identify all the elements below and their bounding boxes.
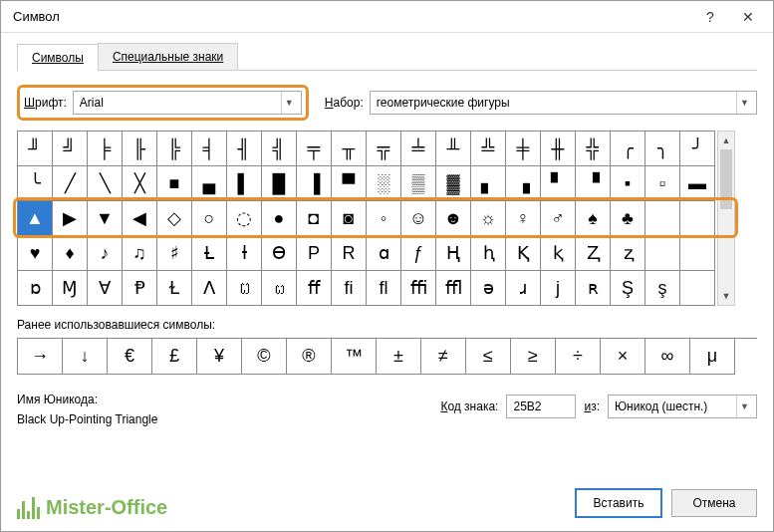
symbol-cell[interactable]: ▐ [297, 166, 332, 201]
tab-symbols[interactable]: Символы [17, 44, 99, 71]
symbol-cell[interactable]: ╬ [576, 132, 611, 166]
symbol-cell[interactable]: ▗ [506, 166, 541, 201]
symbol-cell[interactable]: Ⱬ [576, 236, 611, 271]
symbol-cell[interactable]: Ꞷ [227, 271, 262, 306]
symbol-cell[interactable]: ╱ [53, 166, 88, 201]
symbol-cell[interactable]: ⱬ [611, 236, 645, 271]
symbol-cell[interactable]: ɹ [506, 271, 541, 306]
symbol-cell[interactable]: ╝ [53, 132, 88, 166]
symbol-cell[interactable]: ● [262, 201, 297, 236]
font-combo[interactable]: Arial ▼ [73, 91, 302, 115]
symbol-cell[interactable]: ▌ [227, 166, 262, 201]
recent-cell[interactable]: £ [152, 339, 197, 375]
symbol-cell[interactable]: ♂ [541, 201, 576, 236]
symbol-cell[interactable]: ╡ [192, 132, 227, 166]
recent-cell[interactable]: ÷ [556, 339, 601, 375]
symbol-cell[interactable]: ♫ [123, 236, 157, 271]
symbol-cell[interactable]: ▪ [611, 166, 645, 201]
symbol-cell[interactable]: Ᵽ [123, 271, 157, 306]
scroll-up-icon[interactable]: ▲ [718, 132, 734, 149]
symbol-cell[interactable]: ╯ [680, 132, 715, 166]
symbol-cell[interactable]: ▒ [401, 166, 436, 201]
symbol-cell[interactable]: █ [262, 166, 297, 201]
symbol-cell[interactable]: Ⱪ [506, 236, 541, 271]
symbol-cell[interactable]: ╟ [123, 132, 157, 166]
symbol-cell[interactable]: ꞷ [262, 271, 297, 306]
symbol-cell[interactable]: Ş [611, 271, 645, 306]
recent-cell[interactable]: μ [690, 339, 735, 375]
symbol-cell[interactable]: ╪ [506, 132, 541, 166]
symbol-cell[interactable]: ╫ [541, 132, 576, 166]
symbol-cell[interactable]: Ⱨ [436, 236, 471, 271]
symbol-cell[interactable]: ▬ [680, 166, 715, 201]
symbol-cell[interactable]: ╜ [18, 132, 53, 166]
symbol-cell[interactable]: ɒ [18, 271, 53, 306]
recent-grid[interactable]: →↓€£¥©®™±≠≤≥÷×∞μ [17, 338, 757, 375]
symbol-cell[interactable]: Ɐ [88, 271, 123, 306]
symbol-cell[interactable]: ♥ [18, 236, 53, 271]
symbol-cell[interactable]: ▖ [471, 166, 506, 201]
symbol-cell[interactable]: ◌ [227, 201, 262, 236]
symbol-cell[interactable]: ╨ [436, 132, 471, 166]
symbol-cell[interactable]: ♦ [53, 236, 88, 271]
recent-cell[interactable]: ™ [332, 339, 377, 375]
symbol-cell[interactable]: ╮ [645, 132, 680, 166]
symbol-cell[interactable]: ɑ [367, 236, 401, 271]
symbol-cell[interactable]: ╢ [227, 132, 262, 166]
symbol-cell[interactable]: ▘ [541, 166, 576, 201]
symbol-cell[interactable]: ⱨ [471, 236, 506, 271]
symbol-cell[interactable]: ▼ [88, 201, 123, 236]
symbol-cell[interactable]: ▄ [192, 166, 227, 201]
symbol-grid[interactable]: ╜╝╞╟╠╡╢╣╤╥╦╧╨╩╪╫╬╭╮╯╰╱╲╳■▄▌█▐▀░▒▓▖▗▘▝▪▫▬… [17, 131, 715, 306]
recent-cell[interactable]: ≤ [466, 339, 511, 375]
subset-combo[interactable]: геометрические фигуры ▼ [370, 91, 757, 115]
recent-cell[interactable]: © [242, 339, 287, 375]
symbol-cell[interactable]: R [332, 236, 367, 271]
help-button[interactable]: ? [691, 2, 729, 32]
recent-cell[interactable]: ↓ [63, 339, 108, 375]
symbol-cell[interactable]: ♪ [88, 236, 123, 271]
symbol-cell[interactable]: ☻ [436, 201, 471, 236]
symbol-cell[interactable]: ☼ [471, 201, 506, 236]
symbol-cell[interactable]: ▲ [18, 201, 53, 236]
symbol-cell[interactable]: ǝ [471, 271, 506, 306]
recent-cell[interactable]: ∞ [645, 339, 690, 375]
symbol-cell[interactable]: ○ [192, 201, 227, 236]
symbol-cell[interactable]: ◦ [367, 201, 401, 236]
symbol-cell[interactable]: ╞ [88, 132, 123, 166]
symbol-cell[interactable]: ﬀ [297, 271, 332, 306]
code-input[interactable]: 25B2 [506, 395, 576, 418]
recent-cell[interactable]: → [18, 339, 63, 375]
symbol-cell[interactable]: ◇ [157, 201, 192, 236]
symbol-cell[interactable]: ▝ [576, 166, 611, 201]
symbol-cell[interactable]: ■ [157, 166, 192, 201]
symbol-cell[interactable] [645, 201, 680, 236]
symbol-cell[interactable]: ﬄ [436, 271, 471, 306]
symbol-cell[interactable]: ◘ [297, 201, 332, 236]
symbol-cell[interactable]: ƚ [227, 236, 262, 271]
recent-cell[interactable]: ± [377, 339, 421, 375]
symbol-cell[interactable]: ▀ [332, 166, 367, 201]
symbol-cell[interactable]: ░ [367, 166, 401, 201]
symbol-cell[interactable]: Ɵ [262, 236, 297, 271]
symbol-cell[interactable]: ♯ [157, 236, 192, 271]
symbol-cell[interactable]: ♠ [576, 201, 611, 236]
symbol-cell[interactable]: ╤ [297, 132, 332, 166]
tab-special[interactable]: Специальные знаки [98, 43, 238, 70]
symbol-cell[interactable]: ╩ [471, 132, 506, 166]
recent-cell[interactable]: ≥ [511, 339, 556, 375]
symbol-cell[interactable]: ♣ [611, 201, 645, 236]
symbol-cell[interactable]: P [297, 236, 332, 271]
symbol-cell[interactable]: ʀ [576, 271, 611, 306]
symbol-cell[interactable]: ╳ [123, 166, 157, 201]
symbol-cell[interactable]: ╣ [262, 132, 297, 166]
symbol-cell[interactable]: Ʌ [192, 271, 227, 306]
symbol-cell[interactable]: ♀ [506, 201, 541, 236]
recent-cell[interactable]: € [108, 339, 152, 375]
symbol-cell[interactable]: ▓ [436, 166, 471, 201]
symbol-cell[interactable]: ﬃ [401, 271, 436, 306]
symbol-cell[interactable]: ƒ [401, 236, 436, 271]
symbol-cell[interactable]: j [541, 271, 576, 306]
symbol-cell[interactable] [680, 236, 715, 271]
symbol-cell[interactable]: ◙ [332, 201, 367, 236]
